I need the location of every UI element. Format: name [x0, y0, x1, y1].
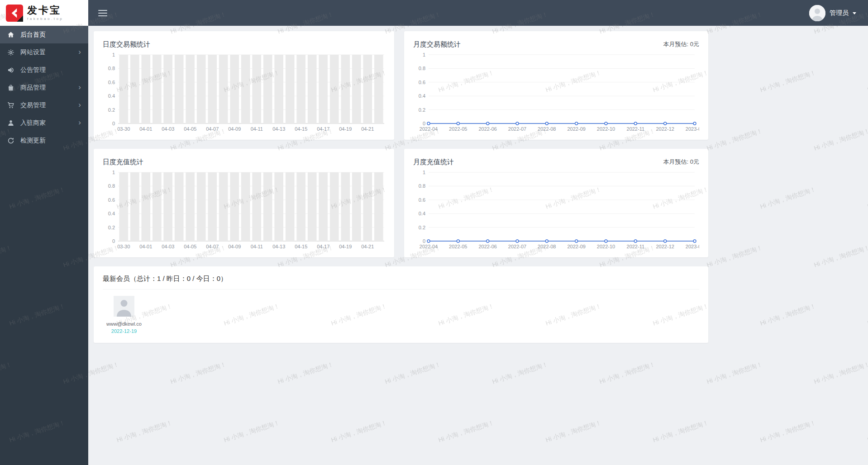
svg-text:2022-11: 2022-11 [627, 244, 645, 249]
sidebar-toggle-button[interactable] [98, 8, 107, 18]
svg-text:2022-12: 2022-12 [656, 126, 674, 132]
svg-text:0.8: 0.8 [108, 183, 115, 189]
monthly-trade-chart: 00.20.40.60.812022-042022-052022-062022-… [413, 51, 699, 133]
svg-text:04-19: 04-19 [339, 126, 352, 132]
card-monthly-trade: 月度交易额统计 本月预估: 0元 00.20.40.60.812022-0420… [404, 31, 708, 140]
watermark-text: Hi 小淘，淘你想淘！ [866, 418, 868, 444]
svg-text:0: 0 [423, 121, 425, 126]
svg-text:04-11: 04-11 [251, 244, 263, 249]
svg-text:04-07: 04-07 [206, 244, 219, 249]
watermark-text: Hi 小淘，淘你想淘！ [437, 418, 495, 444]
svg-text:2023-01: 2023-01 [686, 244, 699, 249]
card-monthly-recharge: 月度充值统计 本月预估: 0元 00.20.40.60.812022-04202… [404, 149, 708, 257]
svg-text:04-19: 04-19 [339, 244, 352, 249]
sidebar-item-label: 商品管理 [20, 84, 46, 92]
member-register-date: 2022-12-19 [106, 328, 142, 334]
svg-text:04-03: 04-03 [162, 126, 174, 132]
svg-text:0.6: 0.6 [108, 80, 115, 85]
svg-text:0.2: 0.2 [108, 107, 115, 113]
products-icon [7, 84, 14, 91]
sidebar-item-site-settings[interactable]: 网站设置 › [0, 43, 88, 61]
svg-text:1: 1 [423, 170, 425, 175]
sidebar-nav: 后台首页 网站设置 › 公告管理 商品管理 › 交易管理 › [0, 26, 88, 465]
watermark-text: Hi 小淘，淘你想淘！ [544, 418, 602, 444]
svg-text:2022-07: 2022-07 [508, 244, 526, 249]
svg-text:0.8: 0.8 [419, 183, 425, 189]
chevron-down-icon [853, 12, 856, 14]
chevron-right-icon: › [78, 119, 81, 126]
sidebar-item-label: 公告管理 [20, 66, 46, 74]
svg-text:2022-06: 2022-06 [479, 244, 497, 249]
svg-text:0: 0 [112, 238, 115, 244]
month-estimate: 本月预估: 0元 [663, 40, 699, 48]
watermark-text: Hi 小淘，淘你想淘！ [652, 418, 710, 444]
sidebar-item-label: 网站设置 [20, 48, 46, 57]
svg-text:0: 0 [423, 238, 425, 244]
sidebar-item-dashboard[interactable]: 后台首页 [0, 26, 88, 43]
svg-text:04-03: 04-03 [162, 244, 174, 249]
svg-text:04-15: 04-15 [295, 126, 307, 132]
watermark-text: Hi 小淘，淘你想淘！ [277, 360, 334, 386]
sidebar-item-announcements[interactable]: 公告管理 [0, 61, 88, 79]
svg-text:0.2: 0.2 [108, 225, 115, 230]
svg-text:2022-04: 2022-04 [420, 244, 438, 249]
svg-text:2022-07: 2022-07 [508, 126, 526, 132]
watermark-text: Hi 小淘，淘你想淘！ [491, 360, 549, 386]
watermark-text: Hi 小淘，淘你想淘！ [223, 418, 281, 444]
daily-recharge-chart: 00.20.40.60.8103-3004-0104-0304-0504-070… [103, 169, 385, 251]
member-item[interactable]: www@dkewl.com 2022-12-19 [106, 296, 142, 334]
svg-text:04-01: 04-01 [139, 126, 152, 132]
svg-text:0.6: 0.6 [108, 197, 115, 203]
user-name: 管理员 [830, 9, 849, 17]
svg-text:0.2: 0.2 [419, 107, 425, 113]
watermark-text: Hi 小淘，淘你想淘！ [813, 360, 868, 386]
card-daily-trade: 日度交易额统计 00.20.40.60.8103-3004-0104-0304-… [94, 31, 394, 140]
svg-text:0.4: 0.4 [108, 93, 115, 99]
sidebar-item-check-update[interactable]: 检测更新 [0, 132, 88, 149]
daily-trade-chart: 00.20.40.60.8103-3004-0104-0304-0504-070… [103, 51, 385, 133]
merchant-icon [7, 119, 14, 127]
sidebar-item-products[interactable]: 商品管理 › [0, 79, 88, 96]
svg-text:2022-11: 2022-11 [627, 126, 645, 132]
brand-logo[interactable]: 发卡宝 fakebao.top [0, 0, 88, 26]
card-title: 日度充值统计 [103, 158, 143, 166]
svg-text:2022-04: 2022-04 [420, 126, 438, 132]
user-menu[interactable]: 管理员 [809, 0, 856, 26]
home-icon [7, 31, 14, 38]
svg-text:04-09: 04-09 [228, 244, 241, 249]
svg-text:04-21: 04-21 [361, 126, 374, 132]
svg-text:04-05: 04-05 [184, 126, 196, 132]
card-title: 月度交易额统计 [413, 40, 461, 49]
svg-text:04-13: 04-13 [272, 244, 285, 249]
update-icon [7, 137, 14, 144]
svg-text:2022-09: 2022-09 [568, 126, 586, 132]
brand-logo-icon [6, 5, 23, 22]
brand-domain: fakebao.top [27, 17, 63, 21]
card-latest-members: 最新会员（总计：1 / 昨日：0 / 今日：0） www@dkewl.com 2… [94, 266, 708, 343]
svg-text:0.6: 0.6 [419, 80, 425, 85]
svg-text:0.4: 0.4 [108, 211, 115, 216]
sidebar-item-label: 检测更新 [20, 137, 46, 145]
svg-text:2022-12: 2022-12 [656, 244, 674, 249]
sidebar-item-merchants[interactable]: 入驻商家 › [0, 114, 88, 132]
watermark-text: Hi 小淘，淘你想淘！ [706, 360, 763, 386]
svg-text:04-01: 04-01 [139, 244, 152, 249]
svg-text:1: 1 [423, 52, 425, 57]
watermark-text: Hi 小淘，淘你想淘！ [384, 360, 442, 386]
chevron-right-icon: › [78, 83, 81, 91]
members-title: 最新会员（总计：1 / 昨日：0 / 今日：0） [103, 275, 699, 289]
sidebar-item-transactions[interactable]: 交易管理 › [0, 96, 88, 114]
card-title: 月度充值统计 [413, 158, 454, 166]
svg-text:2022-08: 2022-08 [538, 244, 556, 249]
svg-text:04-15: 04-15 [295, 244, 307, 249]
watermark-text: Hi 小淘，淘你想淘！ [759, 418, 817, 444]
watermark-text: Hi 小淘，淘你想淘！ [169, 360, 227, 386]
sidebar-item-label: 入驻商家 [20, 119, 46, 127]
svg-text:0.4: 0.4 [419, 93, 425, 99]
svg-text:0.8: 0.8 [108, 66, 115, 71]
month-estimate: 本月预估: 0元 [663, 158, 699, 166]
svg-text:0: 0 [112, 121, 115, 126]
svg-text:1: 1 [112, 170, 115, 175]
chevron-right-icon: › [78, 101, 81, 109]
svg-text:04-13: 04-13 [272, 126, 285, 132]
